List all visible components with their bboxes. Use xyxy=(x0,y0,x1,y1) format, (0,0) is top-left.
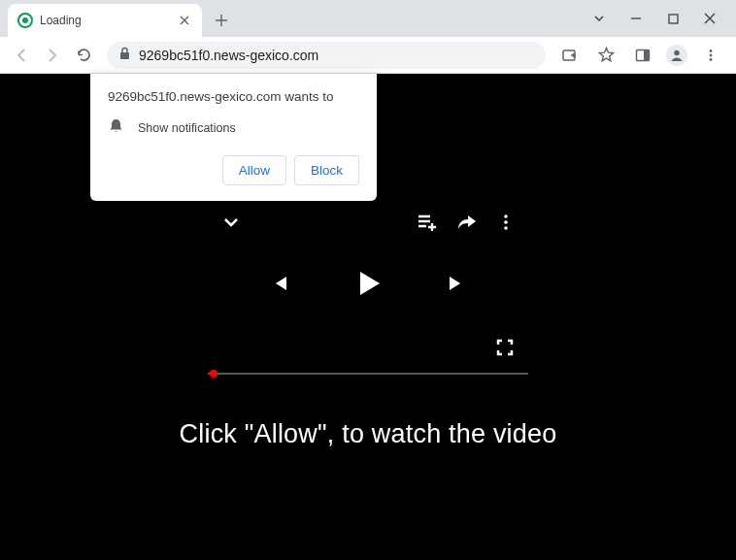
next-track-icon[interactable] xyxy=(446,273,467,294)
side-panel-icon[interactable] xyxy=(629,42,656,69)
menu-dots-icon[interactable] xyxy=(697,42,724,69)
profile-avatar[interactable] xyxy=(666,45,687,66)
bell-icon xyxy=(108,117,124,138)
progress-scrubber[interactable] xyxy=(210,370,217,378)
svg-rect-4 xyxy=(644,49,650,60)
cta-message: Click "Allow", to watch the video xyxy=(0,419,736,449)
tab-title: Loading xyxy=(40,14,170,27)
play-button[interactable] xyxy=(352,268,384,299)
url-text: 9269bc51f0.news-gexico.com xyxy=(139,48,318,63)
new-tab-button[interactable] xyxy=(208,7,235,34)
svg-point-7 xyxy=(710,53,713,56)
maximize-window-icon[interactable] xyxy=(664,10,682,27)
block-button[interactable]: Block xyxy=(294,155,359,185)
back-button[interactable] xyxy=(8,42,35,69)
share-icon[interactable] xyxy=(555,42,583,69)
minimize-window-icon[interactable] xyxy=(627,10,645,27)
reload-button[interactable] xyxy=(70,42,97,69)
allow-button[interactable]: Allow xyxy=(222,155,286,185)
svg-point-6 xyxy=(710,49,713,52)
bookmark-star-icon[interactable] xyxy=(592,42,619,69)
lock-icon xyxy=(118,47,131,64)
svg-point-11 xyxy=(504,226,508,230)
previous-track-icon[interactable] xyxy=(269,273,290,294)
loading-favicon xyxy=(17,13,33,28)
svg-rect-0 xyxy=(669,15,678,23)
close-tab-icon[interactable] xyxy=(177,13,192,28)
fullscreen-icon[interactable] xyxy=(495,338,515,357)
forward-button[interactable] xyxy=(39,42,66,69)
video-player xyxy=(208,194,528,377)
svg-point-8 xyxy=(710,58,713,61)
popup-title: 9269bc51f0.news-gexico.com wants to xyxy=(108,89,359,104)
close-window-icon[interactable] xyxy=(701,10,719,27)
svg-point-9 xyxy=(504,214,508,218)
svg-point-5 xyxy=(674,49,680,55)
browser-tab[interactable]: Loading xyxy=(8,4,202,37)
collapse-chevron-icon[interactable] xyxy=(221,213,241,232)
svg-rect-1 xyxy=(120,52,129,59)
playlist-add-icon[interactable] xyxy=(416,212,437,233)
svg-point-10 xyxy=(504,220,508,224)
progress-bar[interactable] xyxy=(208,373,528,375)
more-vertical-icon[interactable] xyxy=(497,214,515,231)
chevron-down-icon[interactable] xyxy=(590,10,608,27)
browser-toolbar: 9269bc51f0.news-gexico.com xyxy=(0,37,736,74)
address-bar[interactable]: 9269bc51f0.news-gexico.com xyxy=(107,42,546,69)
popup-permission-text: Show notifications xyxy=(138,121,236,135)
forward-share-icon[interactable] xyxy=(456,212,478,233)
notification-permission-popup: 9269bc51f0.news-gexico.com wants to Show… xyxy=(90,74,377,201)
